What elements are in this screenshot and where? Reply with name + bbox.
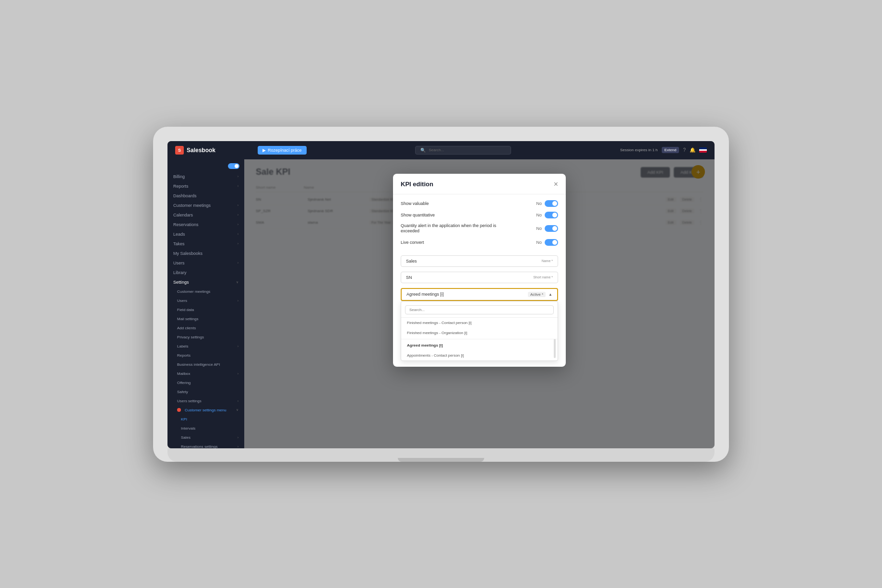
no-label: No [536,213,542,217]
toggle-row-live-convert: Live convert No [401,239,558,246]
chevron-icon: › [238,204,238,207]
modal-overlay: KPI edition × Show valuable No [244,159,715,448]
sidebar-toggle-switch[interactable] [228,163,239,169]
top-bar: S Salesbook ▶ Rozepínací práce 🔍 Search.… [167,141,715,159]
modal-body: Show valuable No Show quantitative [393,194,566,367]
dropdown-scrollbar[interactable] [554,339,556,358]
toggle-row-show-quantitative: Show quantitative No [401,212,558,218]
dropdown-tag: Active * [528,292,546,297]
name-field-label: Name * [542,259,553,263]
chevron-icon: › [238,372,238,375]
modal-title: KPI edition [401,180,433,188]
sidebar-item-mail-settings[interactable]: Mail settings [167,314,244,324]
toggle-right: No [536,212,558,218]
logo-icon: S [175,146,184,155]
sidebar-item-users[interactable]: Users › [167,258,244,268]
sidebar-item-customer-settings-menu[interactable]: Customer settings menu ∨ [167,406,244,415]
sidebar-item-my-salesbooks[interactable]: My Salesbooks [167,249,244,258]
chevron-icon: ∨ [236,280,238,284]
chevron-icon: › [238,242,238,245]
chevron-icon: › [238,445,238,448]
toggle-label-show-quantitative: Show quantitative [401,213,435,217]
short-name-field-label: Short name * [533,276,553,279]
sidebar-toggle [167,163,244,172]
sidebar-item-sales[interactable]: Sales › [167,433,244,442]
sidebar-item-bi-api[interactable]: Business intelligence API [167,360,244,369]
chevron-icon: › [238,175,238,178]
laptop-screen: S Salesbook ▶ Rozepínací práce 🔍 Search.… [167,141,715,448]
sidebar-item-settings[interactable]: Settings ∨ [167,277,244,287]
extend-button[interactable]: Extend [662,147,679,153]
dropdown-option-finished-org[interactable]: Finished meetings - Organization [i] [401,328,558,338]
name-field: Sales Name * [401,255,558,267]
no-label: No [536,201,542,206]
chevron-icon: › [238,184,238,188]
chevron-icon: ∨ [236,408,238,412]
toggle-switch-show-quantitative[interactable] [545,212,558,218]
toggle-right: No [536,239,558,246]
sidebar-item-safety[interactable]: Safety [167,387,244,396]
chevron-icon: › [238,232,238,236]
dropdown-arrow-icon: ▲ [548,292,552,297]
red-dot-icon [177,408,181,412]
sidebar-item-labels[interactable]: Labels › [167,342,244,351]
sidebar-item-reports[interactable]: Reports [167,351,244,360]
dropdown-option-agreed-meetings[interactable]: Agreed meetings [i] [401,340,558,350]
chevron-icon: › [238,223,238,226]
logo-area: S Salesbook [175,146,252,155]
sidebar-item-intervals[interactable]: Intervals [167,424,244,433]
toggle-right: No [536,225,558,232]
sidebar-item-takes[interactable]: Takes › [167,239,244,249]
dropdown-divider [401,339,558,339]
sidebar-item-reports[interactable]: Reports › [167,181,244,191]
top-right-area: Session expires in 1 h Extend ? 🔔 [620,147,707,153]
dropdown-search-area [401,301,558,318]
sidebar-item-settings-users[interactable]: Users › [167,296,244,305]
sidebar-item-privacy-settings[interactable]: Privacy settings [167,333,244,342]
sidebar-item-kpi[interactable]: KPI [167,415,244,424]
sidebar-item-dashboards[interactable]: Dashboards [167,191,244,201]
sidebar-item-reservations-settings[interactable]: Reservations settings › [167,442,244,448]
action-dropdown[interactable]: Agreed meetings [i] Active * ▲ [401,288,558,301]
sidebar-item-field-data[interactable]: Field data [167,305,244,314]
sidebar-item-settings-customer-meetings[interactable]: Customer meetings [167,287,244,296]
search-box[interactable]: 🔍 Search... [415,146,511,155]
sidebar-item-library[interactable]: Library [167,268,244,277]
toggle-switch-quantity-alert[interactable] [545,225,558,232]
laptop-frame: S Salesbook ▶ Rozepínací práce 🔍 Search.… [153,127,729,462]
toggle-switch-live-convert[interactable] [545,239,558,246]
toggle-row-show-valuable: Show valuable No [401,200,558,207]
sidebar-item-leads[interactable]: Leads › [167,229,244,239]
short-name-input[interactable]: SN Short name * [401,272,558,283]
toggle-label-show-valuable: Show valuable [401,201,429,206]
session-text: Session expires in 1 h [620,148,657,152]
chevron-icon: › [238,345,238,348]
dropdown-selected-value: Agreed meetings [i] [406,292,444,297]
no-label: No [536,240,542,245]
sidebar-item-customer-meetings[interactable]: Customer meetings › [167,201,244,210]
help-icon[interactable]: ? [683,147,686,153]
toggle-label-quantity-alert: Quantity alert in the application when t… [401,223,511,234]
app-name: Salesbook [187,147,215,154]
language-flag[interactable] [699,147,707,153]
no-label: No [536,226,542,231]
sidebar-item-calendars[interactable]: Calendars › [167,210,244,220]
sidebar: Billing › Reports › Dashboards Customer … [167,159,244,448]
search-icon: 🔍 [420,148,426,153]
toggle-switch-show-valuable[interactable] [545,200,558,207]
modal-close-button[interactable]: × [554,180,558,188]
name-input[interactable]: Sales Name * [401,255,558,267]
sidebar-item-add-clients[interactable]: Add clients [167,324,244,333]
sidebar-item-reservations[interactable]: Reservations › [167,220,244,229]
dropdown-option-appointments-contact[interactable]: Appointments - Contact person [i] [401,350,558,360]
sidebar-item-mailbox[interactable]: Mailbox › [167,369,244,378]
nav-button[interactable]: ▶ Rozepínací práce [258,146,307,155]
dropdown-option-finished-contact[interactable]: Finished meetings - Contact person [i] [401,318,558,328]
dropdown-search-input[interactable] [405,305,554,314]
chevron-icon: › [238,213,238,216]
sidebar-item-billing[interactable]: Billing › [167,172,244,181]
dropdown-right: Active * ▲ [528,292,552,297]
sidebar-item-users-settings[interactable]: Users settings › [167,396,244,406]
sidebar-item-offering[interactable]: Offering [167,378,244,387]
notification-icon[interactable]: 🔔 [690,147,695,153]
